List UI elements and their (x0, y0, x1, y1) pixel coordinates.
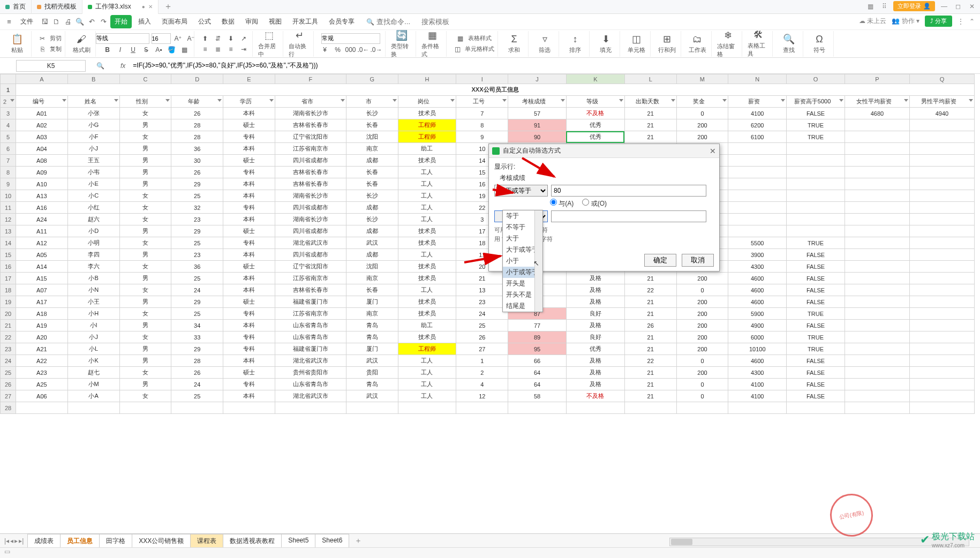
cell[interactable] (845, 284, 910, 296)
column-header[interactable]: 姓名 (67, 96, 119, 108)
cell[interactable]: 小E (67, 178, 119, 190)
table-row[interactable]: 17A15小B男25本科江苏省南京市南京技术员2166及格212004600FA… (1, 273, 975, 284)
table-row[interactable]: 12A24赵六女23本科湖南省长沙市长沙工人366及格 (1, 214, 975, 225)
cell[interactable]: 成都 (346, 155, 398, 167)
cell[interactable] (728, 202, 787, 214)
print-icon[interactable]: 🖨 (63, 18, 73, 26)
redo-icon[interactable]: ↷ (99, 18, 108, 26)
bold-button[interactable]: B (102, 45, 113, 55)
cell[interactable]: FALSE (787, 296, 845, 308)
cell[interactable]: 及格 (566, 296, 624, 308)
cell[interactable] (728, 143, 787, 155)
cell[interactable] (787, 167, 845, 178)
cell[interactable]: 山东省青岛市 (275, 379, 346, 390)
cell[interactable]: 64 (508, 379, 567, 390)
dropdown-item[interactable]: 大于 (503, 233, 542, 244)
cell[interactable]: A07 (16, 284, 68, 296)
cell[interactable]: TRUE (787, 119, 845, 131)
cell[interactable]: A06 (16, 390, 68, 402)
cond-format-button[interactable]: ▦条件格式 (421, 29, 443, 58)
fill-button[interactable]: ⬇填充 (595, 33, 616, 54)
cell[interactable]: 1 (456, 355, 508, 367)
cell[interactable]: 长春 (346, 167, 398, 178)
sheet-grid[interactable]: ABCDEFGHIJKLMNOPQ 1XXX公司员工信息2编号姓名性别年龄学历省… (0, 74, 975, 414)
align-mid-icon[interactable]: ⇵ (213, 34, 223, 43)
cell[interactable]: 福建省厦门市 (275, 343, 346, 355)
cell[interactable]: 25 (171, 390, 223, 402)
cell[interactable]: 专科 (223, 379, 275, 390)
cell[interactable]: 四川省成都市 (275, 225, 346, 237)
cell[interactable] (845, 214, 910, 225)
tab-layout[interactable]: 页面布局 (157, 15, 192, 28)
sheet-tab[interactable]: 成绩表 (27, 534, 61, 548)
table-row[interactable]: 19A17小王男29硕士福建省厦门市厦门技术员2366及格212004600FA… (1, 296, 975, 308)
cell[interactable]: 25 (171, 308, 223, 320)
cell[interactable]: 工人 (398, 249, 456, 261)
cell[interactable]: 22 (624, 355, 676, 367)
table-row[interactable]: 9A10小E男29本科吉林省长春市长春工人1679及格 (1, 178, 975, 190)
tab-workbook[interactable]: 工作簿3.xlsx ● ✕ (82, 0, 159, 14)
column-header[interactable]: 性别 (119, 96, 171, 108)
cell[interactable]: 男 (119, 355, 171, 367)
cell[interactable]: 小L (67, 343, 119, 355)
cell[interactable]: 4600 (728, 273, 787, 284)
table-row[interactable]: 10A13小C女25本科湖南省长沙市长沙工人1987良好 (1, 190, 975, 202)
table-row[interactable]: 18A07小N女24本科吉林省长春市长春工人1365及格2204600FALSE (1, 284, 975, 296)
cell[interactable]: 8 (456, 119, 508, 131)
cell[interactable]: 工人 (398, 167, 456, 178)
cell[interactable]: 本科 (223, 214, 275, 225)
align-right-icon[interactable]: ≡ (225, 44, 236, 54)
cell[interactable] (845, 379, 910, 390)
cell[interactable]: 本科 (223, 178, 275, 190)
cell[interactable]: 男 (119, 320, 171, 331)
tab-data[interactable]: 数据 (217, 15, 239, 28)
cell[interactable]: 4600 (728, 284, 787, 296)
cell[interactable] (845, 331, 910, 343)
cell[interactable]: 技术员 (398, 296, 456, 308)
column-headers[interactable]: ABCDEFGHIJKLMNOPQ (1, 74, 975, 84)
cell[interactable]: 女 (119, 237, 171, 249)
cell[interactable]: 26 (171, 367, 223, 379)
cell[interactable]: 王五 (67, 155, 119, 167)
cell[interactable]: 58 (508, 390, 567, 402)
cell[interactable] (728, 225, 787, 237)
column-header[interactable]: 考核成绩 (508, 96, 567, 108)
cell[interactable]: 技术员 (398, 237, 456, 249)
cell[interactable]: 4680 (845, 108, 910, 119)
cell[interactable]: A11 (16, 225, 68, 237)
fill-color-button[interactable]: 🪣 (167, 45, 177, 55)
cell[interactable]: 工人 (398, 379, 456, 390)
cell[interactable]: 技术员 (398, 155, 456, 167)
cell[interactable]: TRUE (787, 331, 845, 343)
cell[interactable]: 小B (67, 273, 119, 284)
column-header[interactable]: 薪资 (728, 96, 787, 108)
grid-icon[interactable]: ▦ (865, 3, 875, 10)
cell[interactable]: A08 (16, 155, 68, 167)
cell[interactable]: 57 (508, 108, 567, 119)
paste-button[interactable]: 📋粘贴 (6, 33, 28, 54)
cell[interactable]: 助工 (398, 320, 456, 331)
cell[interactable]: 21 (624, 343, 676, 355)
search-command-input[interactable] (376, 18, 419, 26)
chevron-icon[interactable]: ⌃ (969, 18, 975, 25)
table-row[interactable]: 11A16小红女32专科四川省成都市成都工人2289良好 (1, 202, 975, 214)
decrease-font-icon[interactable]: A⁻ (186, 34, 197, 43)
cell[interactable]: 女 (119, 331, 171, 343)
undo-icon[interactable]: ↶ (87, 18, 96, 26)
cell[interactable] (787, 202, 845, 214)
cell[interactable]: 工程师 (398, 131, 456, 143)
column-header[interactable]: 出勤天数 (624, 96, 676, 108)
cell[interactable]: 山东省青岛市 (275, 320, 346, 331)
name-box[interactable]: K5 (16, 60, 86, 72)
cell[interactable]: 男 (119, 225, 171, 237)
sheet-tab[interactable]: 数据透视表教程 (223, 534, 282, 548)
cell[interactable]: 200 (676, 273, 728, 284)
save-icon[interactable]: 🖫 (40, 18, 49, 26)
cell[interactable]: A24 (16, 214, 68, 225)
cell[interactable]: 25 (171, 237, 223, 249)
cell[interactable]: 技术员 (398, 308, 456, 320)
dropdown-item[interactable]: 开头是 (503, 278, 542, 289)
dropdown-item[interactable]: 等于 (503, 210, 542, 222)
cell[interactable]: 及格 (566, 355, 624, 367)
tab-view[interactable]: 视图 (265, 15, 286, 28)
